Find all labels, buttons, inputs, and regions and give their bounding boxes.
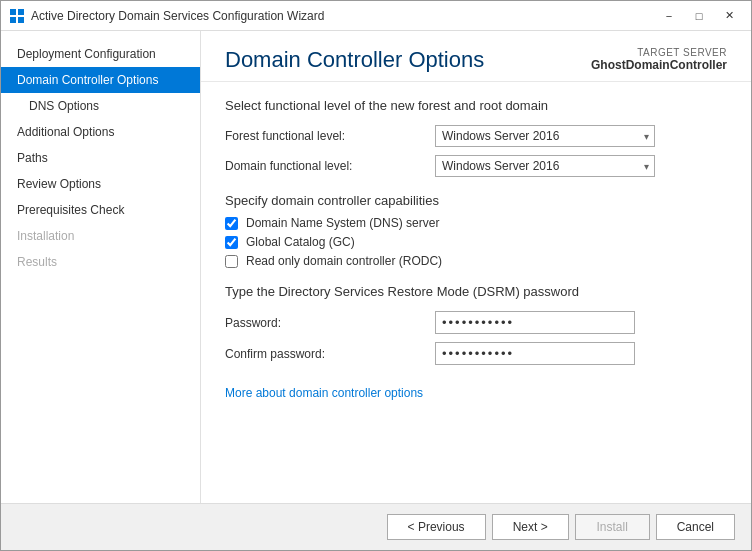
- window-controls: − □ ✕: [655, 6, 743, 26]
- main-body: Select functional level of the new fores…: [201, 82, 751, 503]
- sidebar-item-dns-options[interactable]: DNS Options: [1, 93, 200, 119]
- rodc-checkbox-row: Read only domain controller (RODC): [225, 254, 727, 268]
- next-button[interactable]: Next >: [492, 514, 569, 540]
- titlebar: Active Directory Domain Services Configu…: [1, 1, 751, 31]
- cancel-button[interactable]: Cancel: [656, 514, 735, 540]
- dns-checkbox[interactable]: [225, 217, 238, 230]
- gc-checkbox-label[interactable]: Global Catalog (GC): [246, 235, 355, 249]
- svg-rect-1: [18, 9, 24, 15]
- gc-checkbox-row: Global Catalog (GC): [225, 235, 727, 249]
- sidebar-item-installation: Installation: [1, 223, 200, 249]
- dns-checkbox-row: Domain Name System (DNS) server: [225, 216, 727, 230]
- target-server-info: TARGET SERVER GhostDomainController: [591, 47, 727, 72]
- sidebar-item-results: Results: [1, 249, 200, 275]
- footer: < Previous Next > Install Cancel: [1, 503, 751, 550]
- svg-rect-0: [10, 9, 16, 15]
- domain-level-select-wrapper: Windows Server 2016 Windows Server 2012 …: [435, 155, 655, 177]
- sidebar-item-additional-options[interactable]: Additional Options: [1, 119, 200, 145]
- install-button: Install: [575, 514, 650, 540]
- page-title: Domain Controller Options: [225, 47, 484, 73]
- minimize-button[interactable]: −: [655, 6, 683, 26]
- password-section-title: Type the Directory Services Restore Mode…: [225, 284, 727, 299]
- rodc-checkbox[interactable]: [225, 255, 238, 268]
- sidebar-item-deployment-configuration[interactable]: Deployment Configuration: [1, 41, 200, 67]
- forest-level-row: Forest functional level: Windows Server …: [225, 125, 727, 147]
- app-icon: [9, 8, 25, 24]
- svg-rect-2: [10, 17, 16, 23]
- target-server-label: TARGET SERVER: [591, 47, 727, 58]
- capabilities-title: Specify domain controller capabilities: [225, 193, 727, 208]
- sidebar: Deployment Configuration Domain Controll…: [1, 31, 201, 503]
- dns-checkbox-label[interactable]: Domain Name System (DNS) server: [246, 216, 439, 230]
- content-area: Deployment Configuration Domain Controll…: [1, 31, 751, 503]
- close-button[interactable]: ✕: [715, 6, 743, 26]
- sidebar-item-paths[interactable]: Paths: [1, 145, 200, 171]
- forest-level-select[interactable]: Windows Server 2016 Windows Server 2012 …: [435, 125, 655, 147]
- confirm-password-label: Confirm password:: [225, 347, 435, 361]
- password-label: Password:: [225, 316, 435, 330]
- previous-button[interactable]: < Previous: [387, 514, 486, 540]
- rodc-checkbox-label[interactable]: Read only domain controller (RODC): [246, 254, 442, 268]
- forest-level-select-wrapper: Windows Server 2016 Windows Server 2012 …: [435, 125, 655, 147]
- domain-level-select[interactable]: Windows Server 2016 Windows Server 2012 …: [435, 155, 655, 177]
- maximize-button[interactable]: □: [685, 6, 713, 26]
- password-row: Password:: [225, 311, 727, 334]
- titlebar-title: Active Directory Domain Services Configu…: [31, 9, 655, 23]
- functional-level-title: Select functional level of the new fores…: [225, 98, 727, 113]
- target-server-name: GhostDomainController: [591, 58, 727, 72]
- confirm-password-input[interactable]: [435, 342, 635, 365]
- main-header: Domain Controller Options TARGET SERVER …: [201, 31, 751, 82]
- password-input[interactable]: [435, 311, 635, 334]
- sidebar-item-review-options[interactable]: Review Options: [1, 171, 200, 197]
- main-window: Active Directory Domain Services Configu…: [0, 0, 752, 551]
- confirm-password-row: Confirm password:: [225, 342, 727, 365]
- domain-level-label: Domain functional level:: [225, 159, 435, 173]
- gc-checkbox[interactable]: [225, 236, 238, 249]
- sidebar-item-domain-controller-options[interactable]: Domain Controller Options: [1, 67, 200, 93]
- link-row: More about domain controller options: [225, 385, 727, 400]
- sidebar-item-prerequisites-check[interactable]: Prerequisites Check: [1, 197, 200, 223]
- capabilities-section: Specify domain controller capabilities D…: [225, 193, 727, 268]
- forest-level-label: Forest functional level:: [225, 129, 435, 143]
- svg-rect-3: [18, 17, 24, 23]
- main-content: Domain Controller Options TARGET SERVER …: [201, 31, 751, 503]
- domain-level-row: Domain functional level: Windows Server …: [225, 155, 727, 177]
- more-info-link[interactable]: More about domain controller options: [225, 386, 423, 400]
